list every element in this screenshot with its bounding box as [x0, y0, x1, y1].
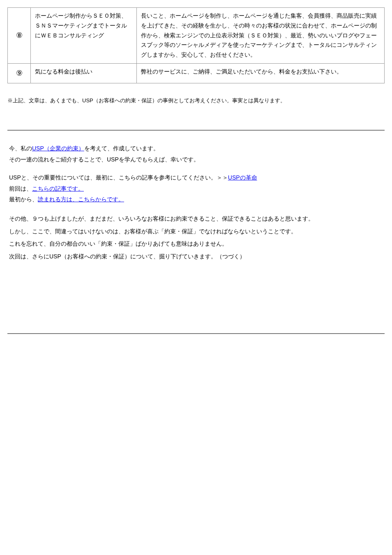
- usp-promise-link[interactable]: USP（企業の約束）: [32, 145, 84, 152]
- table-row: ⑧ ホームページ制作からＳＥＯ対策、ＳＮＳマーケティングまでトータルにＷＥＢコン…: [8, 8, 385, 64]
- paragraph: これを忘れて、自分の都合のいい「約束・保証」ばかりあげても意味はありません。: [9, 238, 385, 249]
- table-row: ⑨ 気になる料金は後払い 弊社のサービスに、ご納得、ご満足いただいてから、料金を…: [8, 63, 385, 83]
- prefatory-block: 今、私のUSP（企業の約束）を考えて、作成しています。 その一連の流れをご紹介す…: [9, 143, 385, 165]
- paragraph: しかし、ここで、間違ってはいけないのは、お客様が喜ぶ「約束・保証」でなければなら…: [9, 226, 385, 237]
- paragraph: その他、９つも上げましたが、まだまだ、いろいろなお客様にお約束できること、保証で…: [9, 213, 385, 224]
- footer-divider: [7, 333, 385, 334]
- row-number: ⑨: [8, 63, 31, 83]
- text: 前回は、: [9, 185, 32, 192]
- read-from-start-link[interactable]: 読まれる方は、こちらからです。: [38, 196, 124, 203]
- row-number: ⑧: [8, 8, 31, 64]
- text: 今、私の: [9, 145, 32, 152]
- previous-article-link[interactable]: こちらの記事です。: [32, 185, 84, 192]
- row-desc: 長いこと、ホームページを制作し、ホームページを通じた集客、会員獲得、商品販売に実…: [137, 8, 385, 64]
- text: を考えて、作成しています。: [84, 145, 159, 152]
- usp-table: ⑧ ホームページ制作からＳＥＯ対策、ＳＮＳマーケティングまでトータルにＷＥＢコン…: [7, 7, 385, 83]
- reference-links: USPと、その重要性については、最初に、こちらの記事を参考にしてください。＞＞U…: [9, 172, 385, 205]
- table-footnote: ※上記、文章は、あくまでも、USP（お客様への約束・保証）の事例としてお考えくだ…: [7, 96, 385, 105]
- text: その一連の流れをご紹介することで、USPを学んでもらえば、幸いです。: [9, 154, 385, 165]
- text: USPと、その重要性については、最初に、こちらの記事を参考にしてください。＞＞: [9, 174, 228, 181]
- row-title: 気になる料金は後払い: [31, 63, 137, 83]
- row-desc: 弊社のサービスに、ご納得、ご満足いただいてから、料金をお支払い下さい。: [137, 63, 385, 83]
- divider: [7, 130, 385, 131]
- row-title: ホームページ制作からＳＥＯ対策、ＳＮＳマーケティングまでトータルにＷＥＢコンサル…: [31, 8, 137, 64]
- paragraph: 次回は、さらにUSP（お客様への約束・保証）について、掘り下げていきます。（つづ…: [9, 251, 385, 262]
- text: 最初から、: [9, 196, 38, 203]
- usp-revolution-link[interactable]: USPの革命: [228, 174, 257, 181]
- article-body: その他、９つも上げましたが、まだまだ、いろいろなお客様にお約束できること、保証で…: [9, 213, 385, 262]
